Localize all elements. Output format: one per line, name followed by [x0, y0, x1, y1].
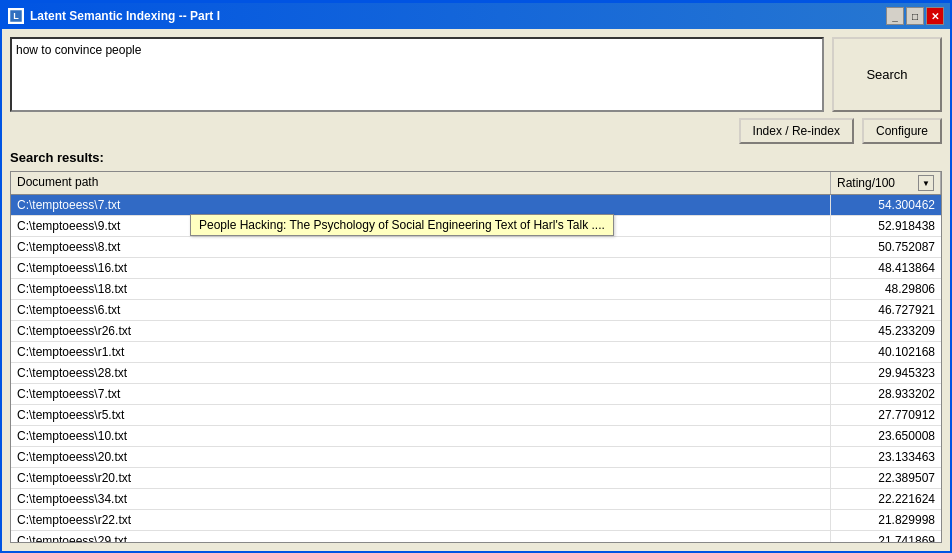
cell-rating: 54.300462 [831, 195, 941, 215]
search-button[interactable]: Search [832, 37, 942, 112]
cell-rating: 23.133463 [831, 447, 941, 467]
cell-path: C:\temptoeess\r22.txt [11, 510, 831, 530]
table-row[interactable]: C:\temptoeess\18.txt48.29806 [11, 279, 941, 300]
cell-rating: 28.933202 [831, 384, 941, 404]
configure-button[interactable]: Configure [862, 118, 942, 144]
cell-rating: 22.389507 [831, 468, 941, 488]
cell-path: C:\temptoeess\8.txt [11, 237, 831, 257]
table-row[interactable]: C:\temptoeess\6.txt46.727921 [11, 300, 941, 321]
cell-path: C:\temptoeess\28.txt [11, 363, 831, 383]
cell-path: C:\temptoeess\10.txt [11, 426, 831, 446]
index-row: Index / Re-index Configure [10, 118, 942, 144]
cell-rating: 52.918438 [831, 216, 941, 236]
header-rating: Rating/100 ▼ [831, 172, 941, 194]
cell-rating: 48.29806 [831, 279, 941, 299]
search-results-label: Search results: [10, 150, 942, 165]
cell-path: C:\temptoeess\r20.txt [11, 468, 831, 488]
minimize-button[interactable]: _ [886, 7, 904, 25]
cell-rating: 22.221624 [831, 489, 941, 509]
title-bar-left: L Latent Semantic Indexing -- Part I [8, 8, 220, 24]
cell-rating: 23.650008 [831, 426, 941, 446]
cell-path: C:\temptoeess\16.txt [11, 258, 831, 278]
window-icon: L [8, 8, 24, 24]
cell-rating: 29.945323 [831, 363, 941, 383]
table-row[interactable]: C:\temptoeess\r1.txt40.102168 [11, 342, 941, 363]
main-content: Search Index / Re-index Configure Search… [2, 29, 950, 551]
table-row[interactable]: C:\temptoeess\10.txt23.650008 [11, 426, 941, 447]
cell-path: C:\temptoeess\20.txt [11, 447, 831, 467]
cell-path: C:\temptoeess\18.txt [11, 279, 831, 299]
table-row[interactable]: C:\temptoeess\28.txt29.945323 [11, 363, 941, 384]
table-body: C:\temptoeess\7.txt54.300462C:\temptoees… [11, 195, 941, 542]
cell-rating: 50.752087 [831, 237, 941, 257]
cell-rating: 21.829998 [831, 510, 941, 530]
svg-text:L: L [13, 11, 19, 21]
cell-rating: 48.413864 [831, 258, 941, 278]
table-row[interactable]: C:\temptoeess\r5.txt27.770912 [11, 405, 941, 426]
cell-rating: 45.233209 [831, 321, 941, 341]
search-area: Search [10, 37, 942, 112]
table-row[interactable]: C:\temptoeess\7.txt54.300462 [11, 195, 941, 216]
table-row[interactable]: C:\temptoeess\7.txt28.933202 [11, 384, 941, 405]
index-button[interactable]: Index / Re-index [739, 118, 854, 144]
table-row[interactable]: C:\temptoeess\29.txt21.741869 [11, 531, 941, 542]
title-bar: L Latent Semantic Indexing -- Part I _ □… [2, 3, 950, 29]
sort-desc-arrow[interactable]: ▼ [918, 175, 934, 191]
title-buttons: _ □ ✕ [886, 7, 944, 25]
close-button[interactable]: ✕ [926, 7, 944, 25]
cell-path: C:\temptoeess\7.txt [11, 195, 831, 215]
cell-rating: 27.770912 [831, 405, 941, 425]
query-input[interactable] [10, 37, 824, 112]
table-row[interactable]: C:\temptoeess\20.txt23.133463 [11, 447, 941, 468]
table-row[interactable]: C:\temptoeess\r22.txt21.829998 [11, 510, 941, 531]
cell-path: C:\temptoeess\r1.txt [11, 342, 831, 362]
cell-rating: 40.102168 [831, 342, 941, 362]
maximize-button[interactable]: □ [906, 7, 924, 25]
table-row[interactable]: C:\temptoeess\r26.txt45.233209 [11, 321, 941, 342]
cell-path: C:\temptoeess\6.txt [11, 300, 831, 320]
cell-path: C:\temptoeess\29.txt [11, 531, 831, 542]
cell-path: C:\temptoeess\34.txt [11, 489, 831, 509]
table-row[interactable]: C:\temptoeess\16.txt48.413864 [11, 258, 941, 279]
cell-rating: 46.727921 [831, 300, 941, 320]
header-rating-text: Rating/100 [837, 176, 918, 190]
tooltip-popup: People Hacking: The Psychology of Social… [190, 214, 614, 236]
window-title: Latent Semantic Indexing -- Part I [30, 9, 220, 23]
cell-path: C:\temptoeess\r5.txt [11, 405, 831, 425]
header-path: Document path [11, 172, 831, 194]
cell-rating: 21.741869 [831, 531, 941, 542]
cell-path: C:\temptoeess\r26.txt [11, 321, 831, 341]
table-header: Document path Rating/100 ▼ [11, 172, 941, 195]
cell-path: C:\temptoeess\7.txt [11, 384, 831, 404]
main-window: L Latent Semantic Indexing -- Part I _ □… [0, 0, 952, 553]
table-row[interactable]: C:\temptoeess\34.txt22.221624 [11, 489, 941, 510]
table-row[interactable]: C:\temptoeess\8.txt50.752087 [11, 237, 941, 258]
table-row[interactable]: C:\temptoeess\r20.txt22.389507 [11, 468, 941, 489]
